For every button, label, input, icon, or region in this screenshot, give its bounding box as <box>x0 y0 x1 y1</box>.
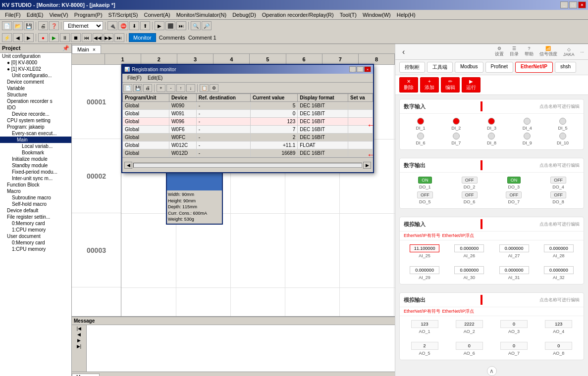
di-led-2[interactable] <box>453 118 460 125</box>
ai-label-32[interactable]: AI_32 <box>553 275 565 280</box>
di-led-6[interactable] <box>417 133 424 140</box>
minimize-btn[interactable]: _ <box>560 1 568 8</box>
menu-window[interactable]: Window(W) <box>360 11 394 19</box>
tb-play[interactable]: ▶ <box>49 33 59 42</box>
ao-label-5[interactable]: AO_5 <box>419 351 430 356</box>
reg-close[interactable]: × <box>364 66 371 72</box>
tb-stop2[interactable]: ⏹ <box>71 33 81 42</box>
tb-run[interactable]: ▶ <box>155 21 164 30</box>
msg-tab-messa[interactable]: Messa... <box>72 374 100 376</box>
ai-input-31[interactable] <box>499 266 529 274</box>
reg-tb-5[interactable]: - <box>166 84 175 92</box>
ao-label-1[interactable]: AO_1 <box>419 329 430 334</box>
monitor-button[interactable]: Monitor <box>129 33 156 42</box>
di-led-3[interactable] <box>488 118 495 125</box>
tb-stop[interactable]: ⬛ <box>165 21 175 30</box>
menu-edit[interactable]: Edit(E) <box>24 11 47 19</box>
reg-tb-4[interactable]: + <box>157 84 165 92</box>
tree-every-scan[interactable]: Every-scan execut... <box>0 130 71 137</box>
reg-tb-9[interactable]: ⚙ <box>210 84 218 92</box>
do-label-1[interactable]: DO_1 <box>419 185 431 189</box>
di-label-7[interactable]: DI_7 <box>451 141 461 145</box>
reg-row-3[interactable]: Global W0F6 - 7 DEC 16BIT <box>123 126 373 134</box>
do-btn-7[interactable]: OFF <box>506 191 522 198</box>
menu-monitor[interactable]: Monitor/Simulator(N) <box>173 11 229 19</box>
di-led-4[interactable] <box>524 118 531 125</box>
menu-tool[interactable]: Tool(T) <box>337 11 360 19</box>
tb-connect[interactable]: 🔌 <box>107 21 117 30</box>
menu-view[interactable]: View(V) <box>46 11 71 19</box>
tree-mem-card2[interactable]: 0:Memory card <box>0 239 71 246</box>
tab-main[interactable]: Main × <box>72 45 101 53</box>
ai-label-25[interactable]: AI_25 <box>419 253 430 258</box>
do-label-7[interactable]: DO_7 <box>508 199 520 204</box>
di-label-9[interactable]: DI_9 <box>523 141 532 145</box>
tb-new[interactable]: 📄 <box>2 21 12 30</box>
reg-row-0[interactable]: Global W090 - 5 DEC 16BIT <box>123 102 373 110</box>
di-led-1[interactable] <box>417 118 424 125</box>
tb-disconnect[interactable]: ⛔ <box>118 21 128 30</box>
tb-pause[interactable]: ⏸ <box>60 33 70 42</box>
reg-tb-3[interactable]: 🖨 <box>143 84 152 92</box>
msg-nav-prev[interactable]: ◀ <box>77 332 81 337</box>
rp-edit-btn[interactable]: ✏ 编辑 <box>441 77 460 93</box>
do-btn-6[interactable]: OFF <box>462 191 478 198</box>
tree-ido[interactable]: IDO <box>0 104 71 111</box>
rp-tab-shsh[interactable]: shsh <box>555 62 576 73</box>
do-label-8[interactable]: DO_8 <box>552 199 564 204</box>
tree-oprec[interactable]: Operation recorder s <box>0 98 71 104</box>
ai-input-32[interactable] <box>544 266 574 274</box>
reg-maximize[interactable]: □ <box>357 66 364 72</box>
menu-program[interactable]: Program(P) <box>71 11 106 19</box>
tb-save[interactable]: 💾 <box>24 21 34 30</box>
reg-menu-edit[interactable]: Edit(E) <box>145 75 166 81</box>
ao-label-4[interactable]: AO_4 <box>553 329 564 334</box>
connection-dropdown[interactable]: Ethernet <box>63 21 103 30</box>
tree-function-block[interactable]: Function Block <box>0 182 71 188</box>
reg-row-2[interactable]: Global W096 - 123 DEC 16BIT <box>123 118 373 126</box>
rp-tab-profinet[interactable]: Profinet <box>485 62 513 73</box>
rp-icon-more[interactable]: ··· <box>580 49 584 54</box>
reg-tb-1[interactable]: 📄 <box>123 84 132 92</box>
scroll-left[interactable]: ◀ <box>124 162 132 169</box>
di-label-8[interactable]: DI_8 <box>487 141 496 145</box>
tree-init-module[interactable]: Initialize module <box>0 156 71 162</box>
ai-label-31[interactable]: AI_31 <box>508 275 520 280</box>
reg-row-4[interactable]: Global W0FC - 2 DEC 16BIT <box>123 134 373 141</box>
msg-nav-next[interactable]: ▶ <box>77 338 81 343</box>
do-btn-5[interactable]: OFF <box>417 191 433 198</box>
tb-help[interactable]: ❓ <box>49 21 59 30</box>
tree-bookmark[interactable]: Bookmark <box>0 149 71 156</box>
msg-nav-last[interactable]: ▶| <box>77 344 81 349</box>
msg-nav-first[interactable]: |◀ <box>77 326 81 331</box>
tab-close[interactable]: × <box>93 47 96 52</box>
tb2-3[interactable]: ▶ <box>24 33 34 42</box>
ao-label-6[interactable]: AO_6 <box>464 351 475 356</box>
rp-tab-ethernet[interactable]: EtherNet/IP <box>515 62 553 73</box>
menu-debug[interactable]: Debug(D) <box>229 11 259 19</box>
tree-unit-config2[interactable]: Unit configuratio... <box>0 72 71 79</box>
rp-back-button[interactable]: ‹ <box>399 47 408 57</box>
menu-help[interactable]: Help(H) <box>394 11 419 19</box>
tree-macro[interactable]: Macro <box>0 188 71 194</box>
tb-search[interactable]: 🔍 <box>191 21 201 30</box>
di-led-8[interactable] <box>488 133 495 140</box>
di-led-7[interactable] <box>453 133 460 140</box>
tb-write[interactable]: ⬆ <box>140 21 150 30</box>
di-label-10[interactable]: DI_10 <box>557 141 569 145</box>
menu-stscript[interactable]: ST/Script(S) <box>106 11 141 19</box>
do-btn-2[interactable]: OFF <box>462 177 478 184</box>
do-btn-1[interactable]: ON <box>418 177 432 184</box>
ai-input-30[interactable] <box>454 266 484 274</box>
ao-label-7[interactable]: AO_7 <box>508 351 520 356</box>
reg-row-5[interactable]: Global W012C - +11.1 FLOAT <box>123 141 373 149</box>
tree-device-default[interactable]: Device default <box>0 207 71 214</box>
scroll-right[interactable]: ▶ <box>363 162 371 169</box>
menu-file[interactable]: File(F) <box>2 11 24 19</box>
reg-menu-file[interactable]: File(F) <box>124 75 145 81</box>
tb-next[interactable]: ▶▶ <box>104 33 113 42</box>
rp-tab-kongzhigui[interactable]: 控制柜 <box>399 62 425 73</box>
tb2-1[interactable]: ⚡ <box>2 33 12 42</box>
reg-tb-8[interactable]: 📋 <box>200 84 209 92</box>
tree-cpu-mem1[interactable]: 1:CPU memory <box>0 227 71 233</box>
